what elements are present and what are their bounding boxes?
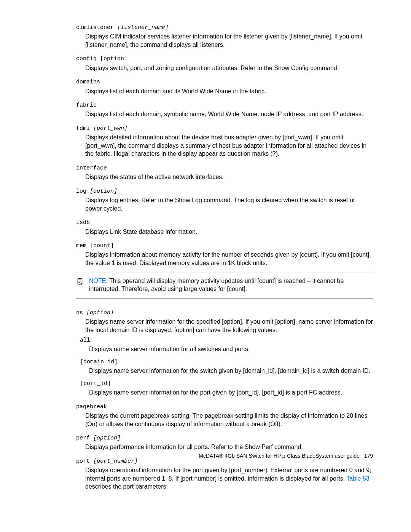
desc-ns: Displays name server information for the… (76, 318, 373, 334)
arg-log: [option] (90, 188, 117, 195)
link-table-53[interactable]: Table 53 (346, 475, 370, 482)
sub-cmd-domain-id: [domain_id] (80, 359, 118, 365)
cmd-pagebreak: pagebreak (76, 404, 107, 410)
entry-lsdb: lsdb Displays Link State database inform… (76, 218, 373, 236)
desc-lsdb: Displays Link State database information… (76, 228, 373, 236)
arg-cimlistener: [listener_name] (117, 24, 169, 31)
entry-mem: mem [count] Displays information about m… (76, 241, 373, 267)
desc-port-part1: Displays operational information for the… (85, 467, 371, 482)
sub-desc-domain-id: Displays name server information for the… (80, 367, 373, 375)
desc-log: Displays log entries. Refer to the Show … (76, 196, 373, 212)
cmd-config: config [option] (76, 56, 127, 62)
sub-desc-all: Displays name server information for all… (80, 345, 373, 353)
cmd-interface: interface (76, 165, 107, 171)
entry-interface: interface Displays the status of the act… (76, 163, 373, 181)
cmd-log: log (76, 188, 90, 195)
desc-port-part2: describes the port parameters. (85, 483, 168, 490)
entry-cimlistener: cimlistener [listener_name] Displays CIM… (76, 23, 373, 49)
arg-perf: [option] (93, 435, 121, 441)
desc-perf: Displays performance information for all… (76, 443, 373, 451)
sub-cmd-port-id: [port_id] (80, 380, 111, 387)
desc-fdmi: Displays detailed information about the … (76, 133, 373, 158)
desc-domains: Displays list of each domain and its Wor… (76, 87, 373, 96)
entry-log: log [option] Displays log entries. Refer… (76, 187, 373, 212)
sub-domain-id: [domain_id] Displays name server informa… (80, 357, 373, 375)
sub-all: all Displays name server information for… (80, 335, 373, 353)
page-footer: McDATA® 4Gb SAN Switch for HP p-Class Bl… (0, 452, 411, 460)
cmd-fdmi: fdmi (76, 125, 93, 132)
entry-config: config [option] Displays switch, port, a… (76, 54, 373, 72)
desc-interface: Displays the status of the active networ… (76, 173, 373, 181)
footer-text: McDATA® 4Gb SAN Switch for HP p-Class Bl… (199, 453, 360, 459)
entry-pagebreak: pagebreak Displays the current pagebreak… (76, 402, 373, 428)
sub-port-id: [port_id] Displays name server informati… (80, 379, 373, 397)
sub-desc-port-id: Displays name server information for the… (80, 388, 373, 397)
note-body: This operand will display memory activit… (89, 278, 344, 292)
note-label: NOTE: (89, 278, 108, 284)
desc-mem: Displays information about memory activi… (76, 251, 373, 267)
entry-fdmi: fdmi [port_wwn] Displays detailed inform… (76, 124, 373, 158)
entry-perf: perf [option] Displays performance infor… (76, 433, 373, 451)
cmd-lsdb: lsdb (76, 219, 90, 226)
cmd-perf: perf (76, 435, 93, 441)
desc-fabric: Displays list of each domain, symbolic n… (76, 110, 373, 118)
cmd-mem: mem [count] (76, 243, 114, 249)
desc-port: Displays operational information for the… (76, 466, 373, 491)
arg-fdmi: [port_wwn] (93, 125, 127, 132)
ns-sub-list: all Displays name server information for… (76, 335, 373, 397)
entry-fabric: fabric Displays list of each domain, sym… (76, 101, 373, 118)
desc-config: Displays switch, port, and zoning config… (76, 64, 373, 72)
cmd-domains: domains (76, 79, 100, 85)
entry-port: port [port_number] Displays operational … (76, 457, 373, 491)
arg-ns: [option] (86, 310, 114, 316)
desc-pagebreak: Displays the current pagebreak setting. … (76, 412, 373, 428)
sub-cmd-all: all (80, 337, 90, 343)
cmd-ns: ns (76, 310, 86, 316)
cmd-cimlistener: cimlistener (76, 24, 117, 31)
entry-domains: domains Displays list of each domain and… (76, 77, 373, 95)
document-page: cimlistener [listener_name] Displays CIM… (0, 0, 411, 511)
desc-cimlistener: Displays CIM indicator services listener… (76, 32, 373, 49)
footer-page-number: 179 (364, 453, 373, 459)
note-box: NOTE: This operand will display memory a… (76, 273, 373, 299)
entry-ns: ns [option] Displays name server informa… (76, 308, 373, 397)
cmd-fabric: fabric (76, 102, 97, 109)
note-text: NOTE: This operand will display memory a… (89, 277, 373, 293)
note-icon (76, 277, 84, 286)
